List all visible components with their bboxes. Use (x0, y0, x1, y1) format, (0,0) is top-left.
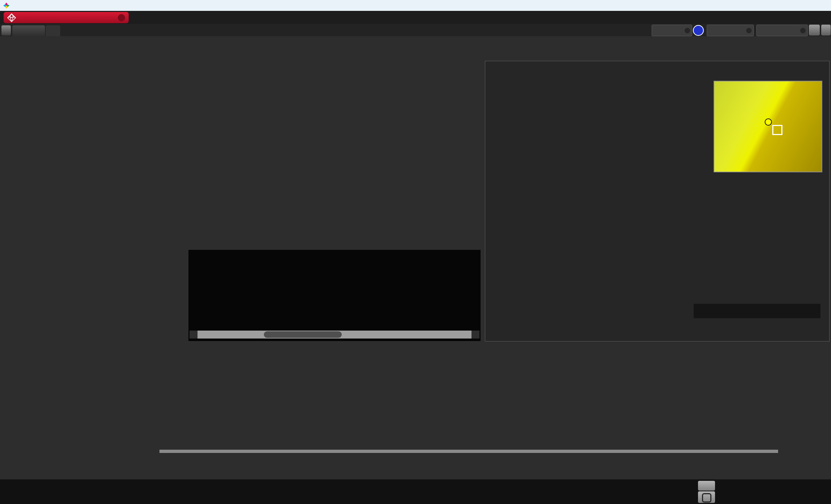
calman-gem-icon (7, 13, 16, 22)
pattern-bar (0, 479, 831, 504)
table-scrollbar[interactable] (159, 450, 778, 453)
app-icon (3, 3, 9, 9)
source-dropdown[interactable] (707, 25, 754, 36)
chevron-down-icon (800, 28, 806, 33)
display-status-stripe (757, 25, 758, 36)
pattern-stop-button[interactable] (698, 491, 715, 503)
scrollbar-thumb[interactable] (264, 331, 342, 338)
inset-target-square (772, 125, 782, 135)
tab-scroll-left-button[interactable] (1, 25, 11, 35)
calman-app-window (0, 0, 831, 504)
chevron-down-icon (746, 28, 752, 33)
source-status-stripe (707, 25, 709, 36)
minimize-button[interactable] (780, 0, 797, 11)
collapse-panel-button[interactable] (821, 25, 831, 35)
meter-status-stripe (652, 25, 653, 36)
pattern-up-button[interactable] (698, 481, 715, 491)
stop-square-icon (702, 493, 711, 503)
add-tab-button[interactable] (46, 25, 60, 36)
calman-menu-button[interactable] (4, 12, 129, 23)
cie-1931-panel (485, 61, 830, 341)
tab-history-1[interactable] (12, 25, 45, 36)
display-control-dropdown[interactable] (756, 25, 808, 36)
meter-count-badge (693, 25, 704, 36)
calman-menu-caret-icon (118, 14, 125, 21)
window-titlebar (0, 0, 831, 11)
close-button[interactable] (815, 0, 831, 11)
cie-zoom-inset (714, 81, 822, 172)
scroll-right-button[interactable] (471, 331, 479, 339)
rgb-triplet-readout (694, 304, 820, 318)
maximize-button[interactable] (797, 0, 815, 11)
inset-measured-point (765, 118, 772, 126)
meter-dropdown[interactable] (652, 25, 692, 36)
deltae-bar-chart (10, 131, 180, 304)
delta-lch-charts (181, 74, 482, 257)
chevron-down-icon (685, 28, 690, 33)
patch-preview-strip (188, 250, 481, 341)
settings-gear-button[interactable] (809, 25, 820, 35)
scroll-left-button[interactable] (190, 331, 198, 339)
strip-scrollbar[interactable] (190, 331, 479, 339)
